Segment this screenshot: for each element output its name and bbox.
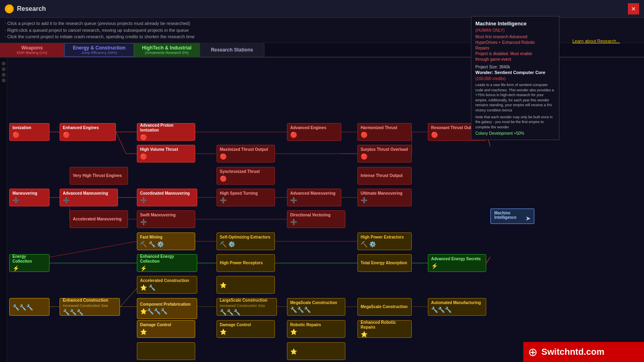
- node-blank1[interactable]: [137, 342, 195, 360]
- node-surplus-thrust[interactable]: Surplus Thrust Overload 🔴: [357, 145, 412, 162]
- node-large-scale-construction[interactable]: LargeScale Construction Increased Constr…: [217, 298, 277, 316]
- node-enhanced-engines[interactable]: Enhanced Engines 🔴: [60, 123, 116, 141]
- node-enhanced-construction[interactable]: Enhanced Construction Increased Construc…: [60, 298, 120, 316]
- popup-wonder-detail: (100,000 credits): [475, 76, 555, 81]
- svg-line-38: [486, 132, 490, 218]
- node-megascale2[interactable]: MegaScale Construction: [357, 298, 412, 316]
- tab-stations[interactable]: Research Stations: [200, 43, 264, 57]
- popup-desc2: Note that each wonder may only be built …: [475, 115, 555, 130]
- svg-line-28: [120, 288, 137, 307]
- node-adv-energy-secrets[interactable]: Advanced Energy Secrets ⚡: [428, 254, 486, 272]
- node-total-energy-absorption[interactable]: Total Energy Absorption: [357, 254, 412, 272]
- machine-intel-popup: Machine Intelligence (HUMAN ONLY) Must f…: [471, 58, 559, 140]
- research-inner: Ionization 🔴 Enhanced Engines 🔴 Advanced…: [7, 58, 490, 307]
- window-title: Research: [17, 5, 46, 12]
- tab-energy[interactable]: Energy & Construction Jump Efficiency (5…: [64, 43, 134, 57]
- popup-project-size: Project Size: 3840k: [475, 65, 555, 69]
- node-enhanced-energy[interactable]: Enhanced Energy Collection ⚡: [137, 254, 197, 272]
- node-robotic-repairs[interactable]: Robotic Repairs ⭐: [287, 320, 345, 338]
- node-damage-control[interactable]: Damage Control ⭐: [137, 320, 195, 338]
- switch-text: Switchntd.com: [541, 347, 604, 357]
- node-blank2[interactable]: ⭐: [287, 342, 345, 360]
- node-adv-engines2[interactable]: Advanced Engines 🔴: [287, 123, 341, 141]
- node-component-prefab[interactable]: Component Prefabrication ⭐🔧🔧🔧: [137, 298, 197, 319]
- node-machine-intel[interactable]: Machine Intelligence ➤: [490, 208, 535, 224]
- switch-logo: ⊕: [528, 346, 537, 359]
- node-accelerated-construction[interactable]: Accelerated Construction ⭐ 🔧: [137, 276, 197, 294]
- node-coordinated-maneuvering[interactable]: Coordinated Maneuvering ➕: [137, 189, 197, 206]
- node-construction-base[interactable]: 🔧🔧🔧: [9, 298, 50, 316]
- machine-intel-label: Machine Intelligence: [494, 211, 516, 220]
- research-area: Ionization 🔴 Enhanced Engines 🔴 Advanced…: [0, 58, 644, 362]
- node-swift-maneuvering[interactable]: Swift Maneuvering ➕: [137, 210, 195, 228]
- node-maneuvering[interactable]: Maneuvering ➕: [9, 189, 50, 206]
- tab-weapons[interactable]: Weapons EMP Blasting (1%): [0, 43, 64, 57]
- tab-hightech[interactable]: HighTech & Industrial (Armaments Researc…: [134, 43, 200, 57]
- node-maximized-thrust[interactable]: Maximized Thrust Output 🔴: [217, 145, 275, 162]
- node-energy-collection-base[interactable]: Energy Collection ⚡: [9, 254, 50, 272]
- node-construction-2[interactable]: ⭐: [217, 276, 275, 294]
- node-adv-proton-ionization[interactable]: Advanced Proton Ionization 🔴: [137, 123, 195, 141]
- node-high-speed-turning[interactable]: High Speed Turning ➕: [217, 189, 275, 206]
- popup-prereq: Must first research Advanced HyperDrives…: [475, 58, 555, 63]
- svg-line-2: [116, 132, 126, 154]
- title-bar: Research ✕: [0, 0, 644, 18]
- node-self-optimizing[interactable]: Self-Optimizing Extractors ⛏️ ⚙️: [217, 232, 275, 250]
- svg-line-39: [486, 226, 490, 263]
- learn-link[interactable]: Learn about Research...: [572, 39, 620, 43]
- node-high-power-extractors[interactable]: High Power Extractors ⛏️ ⚙️: [357, 232, 412, 250]
- node-synchronized-thrust[interactable]: Synchronized Thrust 🔴: [217, 167, 275, 185]
- node-directional-vectoring[interactable]: Directional Vectoring ➕: [287, 210, 345, 228]
- left-indicators: [0, 58, 7, 362]
- switch-banner: ⊕ Switchntd.com: [523, 342, 644, 362]
- node-megascale-construction[interactable]: MegaScale Construction 🔧🔧🔧: [287, 298, 345, 316]
- node-adv-maneuvering2[interactable]: Advanced Maneuvering ➕: [287, 189, 341, 206]
- popup-wonder-label: Wonder: Sentient Computer Core: [475, 70, 555, 75]
- node-high-power-receptors[interactable]: High Power Receptors: [217, 254, 275, 272]
- research-icon: [5, 4, 14, 13]
- node-high-volume-thrust[interactable]: High Volume Thrust 🔴: [137, 145, 195, 162]
- node-damage-control2[interactable]: Damage Control ⭐: [217, 320, 275, 338]
- node-ultimate-maneuvering[interactable]: Ultimate Maneuvering ➕: [357, 189, 412, 206]
- node-intense-thrust[interactable]: Intense Thrust Output: [357, 167, 412, 185]
- node-very-high-thrust[interactable]: Very High Thrust Engines: [70, 167, 128, 185]
- node-fast-mining[interactable]: Fast Mining ⛏️ 🔧 ⚙️: [137, 232, 195, 250]
- node-harmonized-thrust[interactable]: Harmonized Thrust 🔴: [357, 123, 412, 141]
- node-auto-manufacturing[interactable]: Automated Manufacturing 🔧🔧🔧: [428, 298, 486, 316]
- svg-line-40: [486, 218, 490, 307]
- node-enhanced-robotic[interactable]: Enhanced Robotic Repairs ⭐: [357, 320, 412, 338]
- popup-desc1: Leads to a new life-form of sentient com…: [475, 82, 555, 113]
- node-adv-maneuvering[interactable]: Advanced Maneuvering ➕: [60, 189, 118, 206]
- node-accelerated-maneuvering[interactable]: Accelerated Maneuvering: [70, 210, 128, 228]
- popup-colony-dev: Colony Development +50%: [475, 131, 555, 136]
- close-button[interactable]: ✕: [628, 3, 639, 14]
- node-ionization[interactable]: Ionization 🔴: [9, 123, 50, 141]
